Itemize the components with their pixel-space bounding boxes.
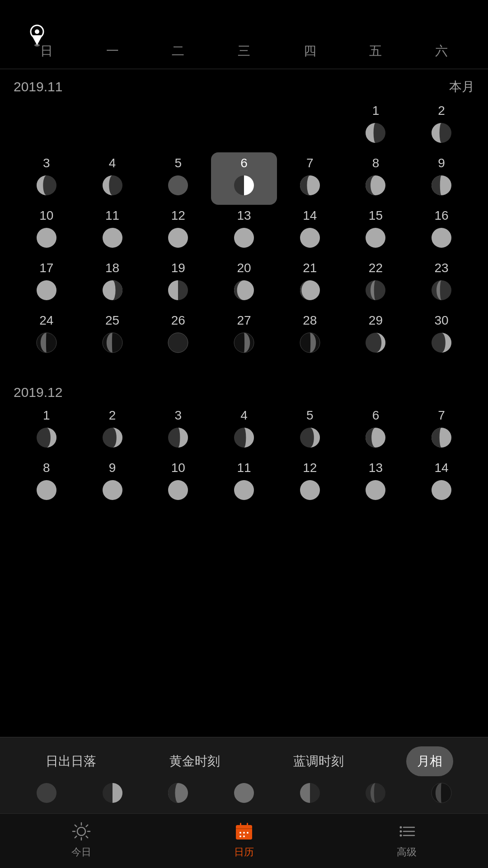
moon-phase-icon (100, 478, 125, 502)
day-cell[interactable]: 3 (14, 152, 80, 205)
svg-point-16 (234, 228, 254, 248)
day-cell[interactable]: 16 (408, 205, 474, 257)
day-number: 5 (306, 408, 314, 423)
moon-phase-icon (363, 121, 388, 145)
day-cell[interactable]: 13 (343, 457, 409, 509)
day-cell[interactable]: 24 (14, 310, 80, 362)
svg-point-55 (77, 827, 85, 835)
svg-line-63 (75, 836, 77, 838)
day-cell[interactable]: 11 (211, 457, 277, 509)
moon-phase-icon (34, 278, 59, 302)
sun-icon (70, 820, 93, 843)
day-cell[interactable]: 8 (343, 152, 409, 205)
svg-rect-67 (240, 823, 241, 826)
mode-tab[interactable]: 日出日落 (35, 746, 107, 776)
nav-item-日历[interactable]: 日历 (233, 820, 255, 859)
moon-phase-icon (34, 173, 59, 198)
mode-tab[interactable]: 黄金时刻 (159, 746, 231, 776)
day-cell[interactable]: 22 (343, 257, 409, 310)
day-cell-empty (211, 100, 277, 152)
day-number: 5 (174, 156, 182, 170)
month-label: 2019.12 (14, 385, 62, 400)
day-cell[interactable]: 26 (145, 310, 211, 362)
day-cell[interactable]: 2 (80, 405, 145, 457)
month-action[interactable]: 本月 (449, 78, 474, 95)
day-cell[interactable]: 8 (14, 457, 80, 509)
day-cell[interactable]: 13 (211, 205, 277, 257)
day-cell[interactable]: 21 (277, 257, 343, 310)
day-number: 14 (435, 461, 449, 475)
mode-tab[interactable]: 蓝调时刻 (282, 746, 355, 776)
svg-point-14 (103, 228, 122, 248)
day-cell[interactable]: 6 (211, 152, 277, 205)
moon-phase-icon (166, 173, 190, 198)
day-cell[interactable]: 10 (145, 457, 211, 509)
day-cell[interactable]: 10 (14, 205, 80, 257)
day-number: 14 (303, 208, 317, 223)
day-cell[interactable]: 11 (80, 205, 145, 257)
moon-phase-icon (363, 425, 388, 450)
day-cell[interactable]: 17 (14, 257, 80, 310)
day-cell[interactable]: 5 (145, 152, 211, 205)
day-cell[interactable]: 30 (408, 310, 474, 362)
day-number: 27 (237, 313, 251, 328)
day-cell[interactable]: 12 (145, 205, 211, 257)
mode-tab[interactable]: 月相 (406, 746, 453, 776)
nav-item-高级[interactable]: 高级 (395, 820, 418, 859)
day-cell[interactable]: 14 (277, 205, 343, 257)
day-number: 11 (105, 208, 119, 223)
day-cell[interactable]: 14 (408, 457, 474, 509)
day-cell[interactable]: 6 (343, 405, 409, 457)
day-cell[interactable]: 27 (211, 310, 277, 362)
day-cell[interactable]: 3 (145, 405, 211, 457)
day-cell[interactable]: 23 (408, 257, 474, 310)
svg-point-71 (247, 832, 249, 834)
moon-phase-icon (298, 278, 322, 302)
day-cell[interactable]: 7 (408, 405, 474, 457)
moon-phase-icon (298, 330, 322, 355)
svg-point-13 (37, 228, 56, 248)
day-cell[interactable]: 1 (14, 405, 80, 457)
moon-phase-icon (298, 425, 322, 450)
day-cell[interactable]: 18 (80, 257, 145, 310)
moon-phase-icon (166, 330, 190, 355)
day-cell[interactable]: 20 (211, 257, 277, 310)
moon-phase-icon (298, 478, 322, 502)
moon-phase-icon (232, 226, 256, 250)
svg-point-8 (168, 175, 188, 195)
day-number: 4 (240, 408, 248, 423)
day-cell[interactable]: 5 (277, 405, 343, 457)
svg-point-19 (432, 228, 451, 248)
svg-point-1 (35, 29, 39, 34)
nav-item-label: 日历 (234, 845, 254, 859)
day-number: 9 (109, 461, 116, 475)
day-number: 13 (369, 461, 383, 475)
svg-line-60 (75, 825, 77, 827)
day-cell[interactable]: 9 (408, 152, 474, 205)
day-cell[interactable]: 2 (408, 100, 474, 152)
moon-phase-icon (429, 173, 454, 198)
nav-item-今日[interactable]: 今日 (70, 820, 93, 859)
day-cell[interactable]: 9 (80, 457, 145, 509)
svg-point-31 (300, 333, 320, 353)
moon-phase-icon (166, 226, 190, 250)
day-cell[interactable]: 4 (211, 405, 277, 457)
svg-point-74 (400, 826, 402, 829)
peek-cell (277, 782, 343, 804)
nav-item-label: 高级 (397, 845, 417, 859)
day-cell-empty (277, 100, 343, 152)
day-cell[interactable]: 7 (277, 152, 343, 205)
day-cell[interactable]: 1 (343, 100, 409, 152)
location-icon[interactable] (27, 23, 47, 42)
peek-cell (145, 782, 211, 804)
moon-phase-icon (34, 330, 59, 355)
day-cell[interactable]: 4 (80, 152, 145, 205)
day-number: 8 (43, 461, 50, 475)
day-cell[interactable]: 15 (343, 205, 409, 257)
day-cell[interactable]: 29 (343, 310, 409, 362)
calendar-scroll[interactable]: 2019.11 本月 12345678910111213141516171819… (0, 69, 488, 737)
day-cell[interactable]: 28 (277, 310, 343, 362)
day-cell[interactable]: 12 (277, 457, 343, 509)
day-cell[interactable]: 19 (145, 257, 211, 310)
day-cell[interactable]: 25 (80, 310, 145, 362)
